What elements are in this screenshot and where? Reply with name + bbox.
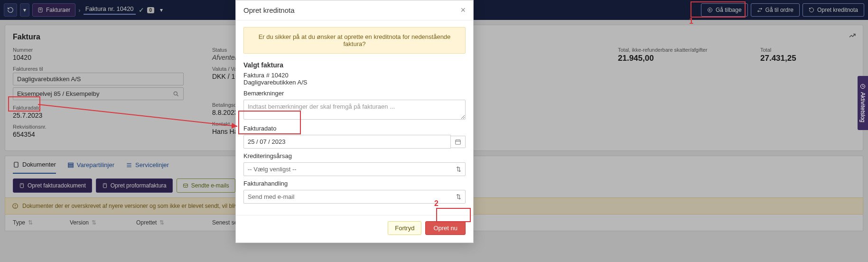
- badge-count: 0: [147, 7, 155, 13]
- taxes-label: Total, ikke-refunderbare skatter/afgifte…: [618, 47, 741, 53]
- go-to-order-label: Gå til ordre: [765, 7, 793, 13]
- address-field[interactable]: Eksempelvej 85 / Eksempelby: [13, 87, 184, 100]
- th-version[interactable]: Version⇅: [70, 219, 136, 226]
- cancel-button[interactable]: Fortryd: [388, 221, 421, 235]
- reason-select[interactable]: -- Vælg venligst -- ⇅: [243, 162, 466, 176]
- sort-icon: ⇅: [159, 219, 164, 226]
- annotation-label-1: 1: [689, 17, 693, 26]
- svg-rect-12: [68, 166, 74, 167]
- th-type[interactable]: Type⇅: [13, 219, 70, 226]
- confirm-alert: Er du sikker på at du ønsker at oprette …: [243, 27, 466, 54]
- create-creditnote-label: Opret kreditnota: [817, 7, 858, 13]
- breadcrumb-separator: ›: [78, 7, 80, 14]
- sort-icon: ⇅: [28, 219, 33, 226]
- modal-invoice-date-label: Fakturadato: [243, 125, 466, 132]
- submit-button[interactable]: Opret nu: [425, 221, 466, 235]
- svg-point-7: [174, 92, 177, 95]
- create-creditnote-button[interactable]: Opret kreditnota: [803, 3, 864, 17]
- chart-icon[interactable]: [849, 32, 856, 39]
- invoice-date-value: 25.7.2023: [13, 112, 193, 119]
- svg-rect-18: [103, 184, 106, 188]
- breadcrumb-fakturaer[interactable]: Fakturaer: [32, 3, 75, 17]
- check-icon: ✓: [139, 6, 144, 14]
- history-dropdown-button[interactable]: ▾: [20, 3, 29, 17]
- svg-rect-9: [14, 162, 18, 167]
- selected-company-line: Dagligvarebutikken A/S: [243, 79, 466, 86]
- svg-rect-10: [68, 163, 74, 164]
- selected-invoice-line: Faktura # 10420: [243, 72, 466, 79]
- remarks-label: Bemærkninger: [243, 90, 466, 97]
- action-select[interactable]: Send med e-mail ⇅: [243, 190, 466, 204]
- total-value: 27.431,25: [760, 54, 855, 63]
- selected-invoice-label: Valgt faktura: [243, 61, 466, 69]
- calendar-icon[interactable]: [451, 136, 466, 148]
- requisition-value: 654354: [13, 131, 193, 138]
- create-proforma-button[interactable]: Opret proformafaktura: [96, 178, 173, 193]
- billed-to-label: Faktureres til: [13, 66, 193, 72]
- number-value: 10420: [13, 54, 193, 61]
- svg-rect-16: [20, 184, 24, 188]
- sent-emails-button[interactable]: Sendte e-mails: [177, 178, 235, 193]
- search-icon[interactable]: [173, 91, 179, 97]
- taxes-value: 21.945,00: [618, 54, 741, 63]
- company-field[interactable]: Dagligvarebutikken A/S: [13, 73, 184, 85]
- breadcrumb-fakturaer-label: Fakturaer: [46, 7, 70, 13]
- tab-varepartilinjer[interactable]: Varepartilinjer: [67, 156, 114, 174]
- svg-point-23: [15, 207, 16, 208]
- reason-label: Krediteringsårsag: [243, 152, 466, 159]
- close-icon[interactable]: ×: [460, 5, 466, 15]
- number-label: Nummer: [13, 47, 193, 53]
- chevron-updown-icon: ⇅: [456, 166, 461, 173]
- svg-rect-24: [456, 140, 461, 144]
- modal-title: Opret kreditnota: [243, 6, 295, 14]
- svg-line-8: [177, 94, 178, 96]
- modal-invoice-date-input[interactable]: [243, 135, 451, 149]
- action-label: Fakturahandling: [243, 180, 466, 187]
- create-invoice-doc-button[interactable]: Opret fakturadokument: [13, 178, 92, 193]
- sort-icon: ⇅: [92, 219, 96, 226]
- history-back-button[interactable]: [4, 3, 17, 17]
- breadcrumb-current[interactable]: Faktura nr. 10420: [84, 5, 136, 15]
- th-oprettet[interactable]: Oprettet⇅: [136, 219, 212, 226]
- activity-log-tab[interactable]: Aktivitetslog: [858, 76, 868, 130]
- tab-dokumenter[interactable]: Dokumenter: [13, 156, 56, 174]
- svg-rect-11: [68, 164, 74, 165]
- go-to-order-button[interactable]: Gå til ordre: [751, 3, 800, 17]
- requisition-label: Rekvisitionsnr.: [13, 124, 193, 130]
- go-back-button[interactable]: Gå tilbage: [701, 3, 748, 17]
- annotation-label-2: 2: [434, 199, 439, 208]
- remarks-input[interactable]: [243, 100, 466, 120]
- chevron-updown-icon: ⇅: [456, 193, 461, 200]
- tab-servicelinjer[interactable]: Servicelinjer: [126, 156, 169, 174]
- total-label: Total: [760, 47, 855, 53]
- svg-rect-20: [183, 184, 187, 187]
- crumb-options-button[interactable]: ▾: [157, 3, 166, 17]
- invoice-date-label: Fakturadato: [13, 105, 193, 111]
- go-back-label: Gå tilbage: [716, 7, 742, 13]
